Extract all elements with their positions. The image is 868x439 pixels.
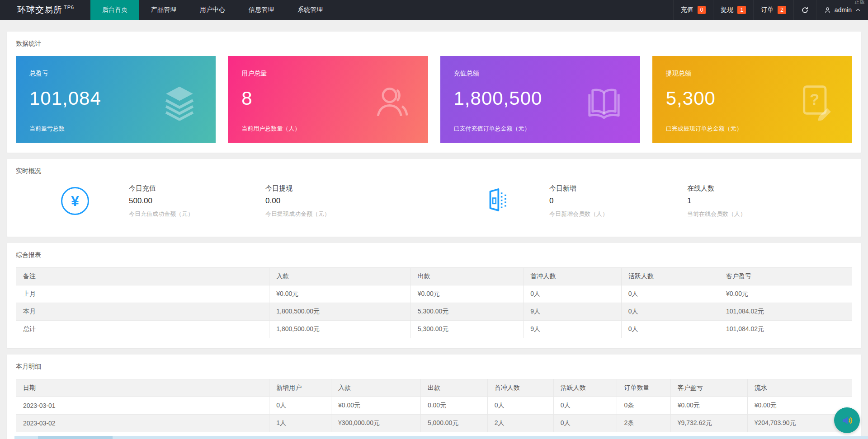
table-cell: 总计 [16, 321, 269, 338]
table-cell: 本月 [16, 303, 269, 321]
table-cell: 5,300.00元 [410, 321, 524, 338]
column-header: 新增用户 [269, 379, 331, 397]
realtime-stat-value: 0 [549, 196, 608, 205]
nav-item-3[interactable]: 信息管理 [237, 0, 286, 20]
svg-text:?: ? [810, 90, 819, 108]
table-cell: 2023-03-01 [16, 397, 269, 415]
table-cell: 2条 [617, 415, 670, 432]
column-header: 出款 [410, 268, 524, 285]
realtime-stat-label: 在线人数 [687, 184, 746, 193]
column-header: 客户盈亏 [670, 379, 747, 397]
quick-link-1[interactable]: 提现1 [713, 0, 753, 20]
realtime-stat-desc: 今日提现成功金额（元） [265, 210, 330, 218]
realtime-stat-value: 0.00 [265, 196, 330, 205]
table-header-row: 日期新增用户入款出款首冲人数活跃人数订单数量客户盈亏流水 [16, 379, 852, 397]
column-header: 活跃人数 [621, 268, 719, 285]
table-cell: ¥9,732.62元 [670, 415, 747, 432]
count-badge: 2 [778, 6, 786, 14]
quick-link-label: 订单 [761, 6, 774, 14]
table-cell: 0人 [524, 285, 621, 303]
quick-link-label: 充值 [681, 6, 693, 14]
table-cell: ¥0.00元 [331, 397, 421, 415]
stat-card-2: 充值总额1,800,500已支付充值订单总金额（元） [440, 56, 640, 143]
stat-card-1: 用户总量8当前用户总数量（人） [228, 56, 428, 143]
stat-card-desc: 已完成提现订单总金额（元） [666, 125, 742, 133]
realtime-stat-1-0: 今日新增0今日新增会员数（人） [549, 184, 608, 218]
top-navbar: 环球交易所 TP6 后台首页产品管理用户中心信息管理系统管理 充值0提现1订单2… [0, 0, 868, 20]
column-header: 日期 [16, 379, 269, 397]
report-table: 备注入款出款首冲人数活跃人数客户盈亏上月¥0.00元¥0.00元0人0人¥0.0… [16, 267, 852, 338]
stats-panel-title: 数据统计 [16, 40, 852, 48]
table-cell: 101,084.02元 [719, 321, 852, 338]
refresh-icon [801, 6, 809, 14]
realtime-stat-desc: 今日新增会员数（人） [549, 210, 608, 218]
table-cell: 上月 [16, 285, 269, 303]
table-row: 总计1,800,500.00元5,300.00元9人0人101,084.02元 [16, 321, 852, 338]
nav-item-4[interactable]: 系统管理 [286, 0, 335, 20]
file-question-icon: ? [797, 83, 835, 121]
table-cell: 0条 [617, 397, 670, 415]
detail-panel-title: 本月明细 [16, 363, 852, 371]
app-logo[interactable]: 环球交易所 TP6 [0, 0, 90, 20]
realtime-stat-0-1: 今日提现0.00今日提现成功金额（元） [265, 184, 330, 218]
realtime-stat-desc: 今日充值成功金额（元） [129, 210, 193, 218]
report-panel: 综合报表 备注入款出款首冲人数活跃人数客户盈亏上月¥0.00元¥0.00元0人0… [7, 243, 861, 348]
detail-panel: 本月明细 日期新增用户入款出款首冲人数活跃人数订单数量客户盈亏流水2023-03… [7, 355, 861, 439]
table-cell: 9人 [524, 321, 621, 338]
table-cell: 0人 [553, 415, 617, 432]
quick-link-2[interactable]: 订单2 [753, 0, 793, 20]
table-cell: 0人 [621, 321, 719, 338]
column-header: 入款 [269, 268, 410, 285]
main-nav: 后台首页产品管理用户中心信息管理系统管理 [90, 0, 335, 20]
stat-card-3: 提现总额5,300已完成提现订单总金额（元）? [652, 56, 852, 143]
building-icon [484, 187, 510, 215]
table-cell: 0人 [553, 397, 617, 415]
realtime-panel: 实时概况 ¥今日充值500.00今日充值成功金额（元）今日提现0.00今日提现成… [7, 159, 861, 237]
nav-item-2[interactable]: 用户中心 [188, 0, 237, 20]
nav-item-1[interactable]: 产品管理 [139, 0, 188, 20]
layers-icon [160, 83, 198, 121]
table-cell: ¥0.00元 [410, 285, 524, 303]
scrollbar-thumb[interactable] [38, 436, 113, 439]
detail-table: 日期新增用户入款出款首冲人数活跃人数订单数量客户盈亏流水2023-03-010人… [16, 379, 852, 432]
count-badge: 1 [737, 6, 746, 14]
table-cell: 101,084.02元 [719, 303, 852, 321]
table-row: 2023-03-021人¥300,000.00元5,000.00元2人0人2条¥… [16, 415, 852, 432]
stat-card-desc: 当前用户总数量（人） [241, 125, 300, 133]
column-header: 出款 [420, 379, 487, 397]
realtime-stat-label: 今日充值 [129, 184, 193, 193]
stat-cards: 总盈亏101,084当前盈亏总数用户总量8当前用户总数量（人）充值总额1,800… [16, 56, 852, 143]
table-cell: 0人 [487, 397, 553, 415]
quick-link-0[interactable]: 充值0 [673, 0, 713, 20]
horizontal-scrollbar[interactable] [14, 436, 868, 439]
stat-card-0: 总盈亏101,084当前盈亏总数 [16, 56, 216, 143]
book-icon [585, 83, 623, 121]
table-cell: 1,800,500.00元 [269, 303, 410, 321]
nav-item-0[interactable]: 后台首页 [90, 0, 139, 20]
realtime-row: ¥今日充值500.00今日充值成功金额（元）今日提现0.00今日提现成功金额（元… [16, 183, 852, 227]
column-header: 备注 [16, 268, 269, 285]
table-cell: 2023-03-02 [16, 415, 269, 432]
stat-card-desc: 已支付充值订单总金额（元） [454, 125, 530, 133]
stat-card-label: 充值总额 [454, 70, 627, 78]
refresh-button[interactable] [793, 0, 816, 20]
stat-card-desc: 当前盈亏总数 [29, 125, 65, 133]
column-header: 订单数量 [617, 379, 670, 397]
stat-card-label: 用户总量 [241, 70, 414, 78]
page-content: 数据统计 总盈亏101,084当前盈亏总数用户总量8当前用户总数量（人）充值总额… [0, 20, 868, 439]
table-cell: 1,800,500.00元 [269, 321, 410, 338]
app-version-tag: TP6 [64, 5, 74, 10]
genuine-watermark: 正版 [854, 0, 865, 5]
table-cell: ¥0.00元 [719, 285, 852, 303]
realtime-stat-desc: 当前在线会员数（人） [687, 210, 746, 218]
table-cell: 5,300.00元 [410, 303, 524, 321]
column-header: 首冲人数 [487, 379, 553, 397]
table-cell: 0人 [269, 397, 331, 415]
realtime-stat-label: 今日提现 [265, 184, 330, 193]
column-header: 首冲人数 [524, 268, 621, 285]
audio-notice-button[interactable] [834, 407, 860, 433]
quick-link-label: 提现 [721, 6, 733, 14]
table-cell: 2人 [487, 415, 553, 432]
table-cell: 5,000.00元 [420, 415, 487, 432]
table-cell: 0人 [621, 285, 719, 303]
